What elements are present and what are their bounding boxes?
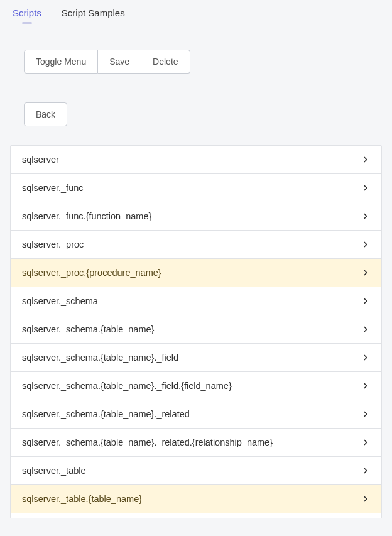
list-item-label: sqlserver._proc.{procedure_name}: [22, 268, 161, 278]
chevron-right-icon: [361, 438, 370, 447]
list-wrap: sqlserversqlserver._funcsqlserver._func.…: [10, 145, 382, 518]
chevron-right-icon: [361, 495, 370, 503]
list-item-label: sqlserver._schema.{table_name}._field.{f…: [22, 381, 232, 391]
toolbar: Toggle Menu Save Delete: [0, 23, 392, 74]
list-item[interactable]: sqlserver._schema.{table_name}._field: [11, 344, 381, 372]
delete-button[interactable]: Delete: [141, 50, 190, 74]
chevron-right-icon: [361, 240, 370, 249]
save-button[interactable]: Save: [98, 50, 141, 74]
list-item-label: sqlserver._proc: [22, 239, 84, 249]
back-row: Back: [0, 74, 392, 126]
toolbar-button-group: Toggle Menu Save Delete: [24, 50, 190, 74]
list-item[interactable]: sqlserver._func.{function_name}: [11, 202, 381, 231]
list-item[interactable]: sqlserver._schema.{table_name}._related: [11, 400, 381, 429]
toggle-menu-button[interactable]: Toggle Menu: [24, 50, 98, 74]
list-item-label: sqlserver._schema.{table_name}._field: [22, 353, 178, 363]
list-item-label: sqlserver._func: [22, 183, 84, 193]
chevron-right-icon: [361, 353, 370, 362]
chevron-right-icon: [361, 325, 370, 334]
tab-script-samples[interactable]: Script Samples: [62, 8, 125, 23]
list-item[interactable]: sqlserver: [11, 146, 381, 174]
list-item[interactable]: sqlserver._table.{table_name}: [11, 485, 381, 513]
list-item[interactable]: sqlserver._func: [11, 174, 381, 202]
tab-bar: Scripts Script Samples: [0, 0, 392, 23]
chevron-right-icon: [361, 297, 370, 305]
chevron-right-icon: [361, 466, 370, 475]
list-item[interactable]: sqlserver._schema.{table_name}: [11, 315, 381, 344]
chevron-right-icon: [361, 212, 370, 221]
list-item[interactable]: sqlserver._table: [11, 457, 381, 485]
list-item[interactable]: sqlserver._proc: [11, 231, 381, 259]
list-item-label: sqlserver: [22, 155, 59, 165]
list-item-label: sqlserver._table: [22, 466, 86, 476]
chevron-right-icon: [361, 381, 370, 390]
list-item[interactable]: sqlserver._schema.{table_name}._field.{f…: [11, 372, 381, 400]
list-item-label: sqlserver._schema.{table_name}._related.…: [22, 437, 273, 447]
back-button[interactable]: Back: [24, 102, 67, 126]
list-item-label: sqlserver._schema: [22, 296, 98, 306]
chevron-right-icon: [361, 155, 370, 164]
list-item-label: sqlserver._func.{function_name}: [22, 211, 151, 221]
script-list[interactable]: sqlserversqlserver._funcsqlserver._func.…: [10, 145, 382, 518]
list-item[interactable]: sqlserver._proc.{procedure_name}: [11, 259, 381, 287]
tab-scripts[interactable]: Scripts: [13, 8, 41, 23]
list-item[interactable]: sqlserver._schema.{table_name}._related.…: [11, 429, 381, 457]
list-item-label: sqlserver._schema.{table_name}._related: [22, 409, 190, 419]
list-item[interactable]: sqlserver._table.{table_name}.{id}: [11, 513, 381, 518]
list-item[interactable]: sqlserver._schema: [11, 287, 381, 315]
chevron-right-icon: [361, 183, 370, 192]
chevron-right-icon: [361, 268, 370, 277]
list-item-label: sqlserver._schema.{table_name}: [22, 324, 154, 334]
chevron-right-icon: [361, 410, 370, 418]
list-item-label: sqlserver._table.{table_name}: [22, 494, 142, 504]
